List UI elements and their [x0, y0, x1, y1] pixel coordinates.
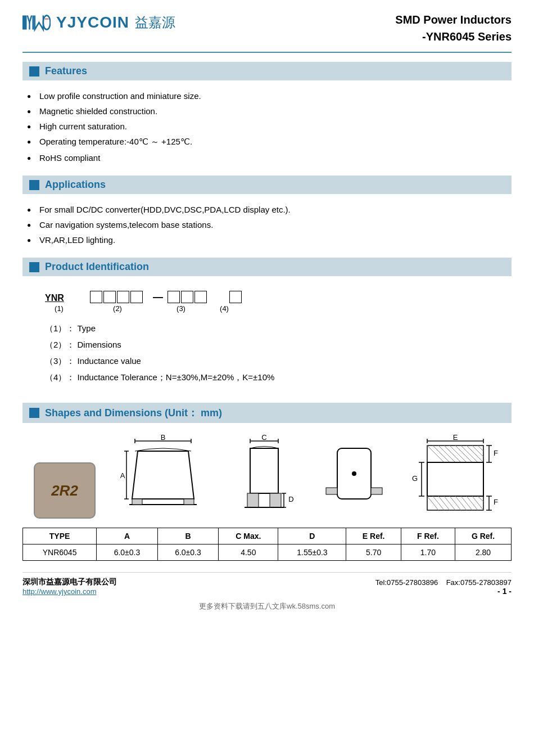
front-view-drawing: B A [118, 434, 208, 519]
features-blue-square [29, 66, 39, 76]
svg-line-60 [455, 496, 467, 510]
header-title: SMD Power Inductors -YNR6045 Series [395, 11, 512, 45]
list-item: VR,AR,LED lighting. [22, 232, 512, 248]
list-item: RoHS compliant [22, 150, 512, 165]
svg-rect-23 [247, 493, 259, 507]
features-title: Features [45, 65, 87, 77]
product-id-diagram: YNR — (1) (2) (3) (4) （1）： Type [22, 282, 512, 395]
pid-item: （1）： Type [45, 321, 500, 337]
side-profile-drawing: C D [230, 434, 298, 519]
dimensions-table: TYPE A B C Max. D E Ref. F Ref. G Ref. Y… [22, 528, 512, 561]
diagram-num3: (3) [161, 304, 201, 313]
svg-rect-0 [22, 16, 27, 30]
watermark: 更多资料下载请到五八文库wk.58sms.com [22, 601, 512, 611]
efg-drawing: E F G [410, 434, 500, 519]
shapes-blue-square [29, 408, 39, 418]
diagram-box [103, 291, 116, 303]
page-footer: 深圳市益嘉源电子有限公司 http://www.yjycoin.com Tel:… [22, 572, 512, 596]
page-number: - 1 - [497, 587, 512, 596]
footer-left: 深圳市益嘉源电子有限公司 http://www.yjycoin.com [22, 577, 117, 596]
table-header-d: D [278, 528, 346, 544]
svg-line-58 [444, 496, 455, 510]
shapes-title: Shapes and Dimensions (Unit： mm) [45, 406, 222, 420]
diagram-box [181, 291, 193, 303]
features-section-header: Features [22, 62, 512, 80]
table-header-a: A [97, 528, 158, 544]
applications-title: Applications [45, 179, 106, 191]
svg-text:C: C [261, 434, 266, 442]
table-header-fref: F Ref. [401, 528, 455, 544]
table-cell-gref: 2.80 [455, 544, 512, 561]
title-line2: -YNR6045 Series [395, 28, 512, 45]
svg-rect-24 [270, 493, 281, 507]
features-list: Low profile construction and miniature s… [22, 86, 512, 168]
logo-text: YJYCOIN [56, 14, 129, 32]
svg-text:A: A [120, 471, 125, 480]
shapes-section-header: Shapes and Dimensions (Unit： mm) [22, 403, 512, 423]
table-header-eref: E Ref. [346, 528, 401, 544]
ynr-label: YNR [45, 293, 73, 303]
list-item: For small DC/DC converter(HDD,DVC,DSC,PD… [22, 202, 512, 217]
diagram-box [194, 291, 207, 303]
applications-section-header: Applications [22, 176, 512, 194]
inductor-photo: 2R2 [34, 462, 96, 519]
diagram-num2: (2) [90, 304, 145, 313]
diagram-num1: (1) [45, 304, 73, 313]
component-view2-svg [320, 434, 388, 519]
svg-point-27 [352, 471, 356, 476]
svg-text:E: E [453, 434, 458, 442]
table-cell-type: YNR6045 [23, 544, 97, 561]
table-cell-b: 6.0±0.3 [157, 544, 219, 561]
svg-rect-28 [326, 488, 337, 494]
svg-text:D: D [288, 495, 293, 503]
svg-line-57 [438, 496, 450, 510]
svg-line-56 [433, 496, 444, 510]
component-view2 [320, 434, 388, 519]
table-cell-eref: 5.70 [346, 544, 401, 561]
svg-line-63 [472, 496, 483, 510]
diagram-box [130, 291, 143, 303]
table-header-cmax: C Max. [219, 528, 278, 544]
list-item: Magnetic shielded construction. [22, 104, 512, 119]
svg-point-2 [43, 16, 51, 30]
applications-blue-square [29, 180, 39, 190]
diagram-box [168, 291, 180, 303]
applications-list: For small DC/DC converter(HDD,DVC,DSC,PD… [22, 200, 512, 250]
svg-line-43 [472, 446, 483, 457]
table-cell-fref: 1.70 [401, 544, 455, 561]
product-id-section-header: Product Identification [22, 258, 512, 276]
footer-right: Tel:0755-27803896 Fax:0755-27803897 - 1 … [375, 578, 512, 596]
page-header: YJYCOIN 益嘉源 SMD Power Inductors -YNR6045… [22, 11, 512, 53]
logo-icon [22, 11, 51, 34]
list-item: Low profile construction and miniature s… [22, 88, 512, 104]
shapes-diagrams-area: 2R2 B A [22, 429, 512, 519]
efg-svg: E F G [410, 434, 500, 519]
table-cell-d: 1.55±0.3 [278, 544, 346, 561]
svg-rect-49 [427, 462, 483, 496]
website-link[interactable]: http://www.yjycoin.com [22, 587, 97, 596]
diagram-dash: — [153, 291, 163, 303]
svg-line-44 [478, 446, 483, 451]
svg-rect-14 [184, 499, 194, 505]
table-header-b: B [157, 528, 219, 544]
diagram-num4: (4) [218, 304, 230, 313]
footer-fax: Fax:0755-27803897 [446, 578, 512, 587]
product-id-blue-square [29, 262, 39, 272]
product-id-title: Product Identification [45, 261, 149, 273]
table-header-type: TYPE [23, 528, 97, 544]
svg-text:F: F [494, 449, 498, 457]
svg-rect-13 [132, 499, 142, 505]
table-header-gref: G Ref. [455, 528, 512, 544]
table-row: YNR6045 6.0±0.3 6.0±0.3 4.50 1.55±0.3 5.… [23, 544, 512, 561]
svg-rect-1 [33, 16, 34, 30]
footer-tel: Tel:0755-27803896 [375, 578, 438, 587]
svg-rect-29 [371, 488, 382, 494]
list-item: High current saturation. [22, 119, 512, 134]
pid-item: （3）： Inductance value [45, 353, 500, 370]
svg-line-55 [427, 496, 438, 510]
list-item: Operating temperature:-40℃ ～ +125℃. [22, 134, 512, 150]
svg-text:G: G [412, 474, 418, 483]
svg-line-62 [467, 496, 478, 510]
svg-line-59 [450, 496, 461, 510]
list-item: Car navigation systems,telecom base stat… [22, 217, 512, 232]
